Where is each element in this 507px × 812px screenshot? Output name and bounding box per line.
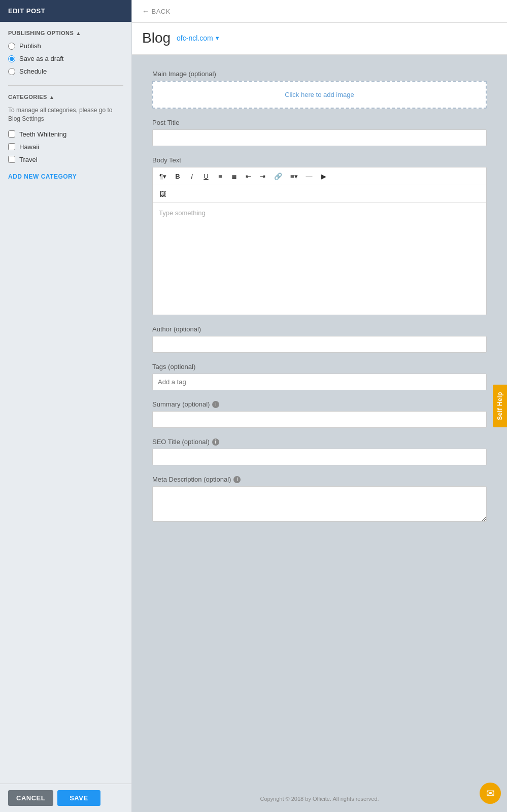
tags-label: Tags (optional)	[152, 363, 487, 370]
copyright-text: Copyright © 2018 by Officite. All rights…	[260, 796, 379, 802]
unordered-list-button[interactable]: ≡	[214, 170, 227, 183]
summary-input[interactable]	[152, 411, 487, 428]
domain-badge[interactable]: ofc-ncl.com ▼	[177, 34, 220, 42]
back-button[interactable]: ← BACK	[142, 7, 171, 15]
back-label: BACK	[152, 8, 171, 15]
publishing-options-group: Publish Save as a draft Schedule	[8, 42, 123, 75]
draft-radio[interactable]	[8, 55, 15, 62]
seo-title-info-icon[interactable]: i	[212, 438, 219, 446]
image-upload-area[interactable]: Click here to add image	[152, 81, 487, 109]
cancel-button[interactable]: CANCEL	[8, 790, 53, 806]
domain-text: ofc-ncl.com	[177, 34, 213, 42]
draft-label: Save as a draft	[19, 55, 63, 62]
publishing-options-section-title: Publishing Options ▲	[8, 30, 123, 36]
meta-description-info-icon[interactable]: i	[233, 476, 241, 483]
main-image-section: Main Image (optional) Click here to add …	[152, 70, 487, 109]
meta-description-input[interactable]	[152, 486, 487, 522]
page-header: Blog ofc-ncl.com ▼	[132, 23, 507, 55]
page-footer: Copyright © 2018 by Officite. All rights…	[132, 786, 507, 812]
align-button[interactable]: ≡▾	[287, 170, 301, 183]
summary-label: Summary (optional) i	[152, 400, 487, 408]
publish-option[interactable]: Publish	[8, 42, 123, 50]
seo-title-input[interactable]	[152, 449, 487, 465]
post-title-input[interactable]	[152, 129, 487, 146]
body-text-label: Body Text	[152, 156, 487, 164]
tags-input[interactable]	[152, 374, 487, 390]
sidebar: Edit Post Publishing Options ▲ Publish S…	[0, 0, 132, 812]
meta-description-label: Meta Description (optional) i	[152, 476, 487, 483]
sidebar-header: Edit Post	[0, 0, 131, 22]
image-button[interactable]: 🖼	[156, 187, 170, 200]
mail-icon: ✉	[486, 787, 495, 799]
editor-toolbar: ¶▾ B I U ≡ ≣ ⇤ ⇥ 🔗 ≡▾ — ▶	[153, 167, 486, 185]
ordered-list-button[interactable]: ≣	[228, 170, 241, 183]
categories-section-title: Categories ▲	[8, 94, 123, 100]
underline-button[interactable]: U	[199, 170, 213, 183]
save-button[interactable]: SAVE	[57, 790, 100, 806]
draft-option[interactable]: Save as a draft	[8, 55, 123, 62]
top-bar: ← BACK	[132, 0, 507, 23]
indent-left-button[interactable]: ⇤	[242, 170, 255, 183]
categories-section: Categories ▲ To manage all categories, p…	[8, 94, 123, 181]
publishing-options-arrow: ▲	[76, 30, 81, 36]
seo-title-label: SEO Title (optional) i	[152, 438, 487, 446]
post-title-section: Post Title	[152, 119, 487, 146]
editor-placeholder: Type something	[159, 209, 206, 217]
meta-description-section: Meta Description (optional) i	[152, 476, 487, 524]
italic-button[interactable]: I	[185, 170, 198, 183]
category-teeth-whitening[interactable]: Teeth Whitening	[8, 130, 123, 138]
seo-title-section: SEO Title (optional) i	[152, 438, 487, 465]
editor-toolbar-second-row: 🖼	[153, 185, 486, 203]
link-button[interactable]: 🔗	[271, 170, 286, 183]
category-travel-checkbox[interactable]	[8, 156, 15, 163]
tags-section: Tags (optional)	[152, 363, 487, 390]
mail-fab-button[interactable]: ✉	[480, 783, 501, 804]
categories-note: To manage all categories, please go to B…	[8, 106, 123, 123]
image-upload-text: Click here to add image	[285, 91, 354, 98]
self-help-button[interactable]: Self Help	[493, 385, 507, 427]
page-title: Blog	[142, 30, 171, 46]
author-label: Author (optional)	[152, 325, 487, 333]
schedule-radio[interactable]	[8, 68, 15, 75]
category-travel-label: Travel	[19, 156, 38, 163]
category-hawaii-checkbox[interactable]	[8, 143, 15, 150]
category-teeth-whitening-label: Teeth Whitening	[19, 130, 66, 138]
summary-section: Summary (optional) i	[152, 400, 487, 428]
category-hawaii-label: Hawaii	[19, 143, 39, 151]
category-travel[interactable]: Travel	[8, 156, 123, 163]
paragraph-button[interactable]: ¶▾	[156, 170, 170, 183]
schedule-option[interactable]: Schedule	[8, 67, 123, 75]
indent-right-button[interactable]: ⇥	[256, 170, 269, 183]
back-arrow-icon: ←	[142, 7, 150, 15]
add-category-button[interactable]: ADD NEW CATEGORY	[8, 173, 77, 180]
author-section: Author (optional)	[152, 325, 487, 353]
author-input[interactable]	[152, 336, 487, 353]
category-teeth-whitening-checkbox[interactable]	[8, 130, 15, 138]
video-button[interactable]: ▶	[317, 170, 330, 183]
bold-button[interactable]: B	[171, 170, 184, 183]
publish-radio[interactable]	[8, 43, 15, 50]
form-area: Main Image (optional) Click here to add …	[132, 55, 507, 786]
editor-body[interactable]: Type something	[153, 203, 486, 315]
divider-1	[8, 85, 123, 86]
publish-label: Publish	[19, 42, 41, 50]
chevron-down-icon: ▼	[215, 35, 220, 41]
summary-info-icon[interactable]: i	[212, 401, 219, 408]
schedule-label: Schedule	[19, 67, 47, 75]
main-content: ← BACK Blog ofc-ncl.com ▼ Main Image (op…	[132, 0, 507, 812]
main-image-label: Main Image (optional)	[152, 70, 487, 78]
body-text-editor: ¶▾ B I U ≡ ≣ ⇤ ⇥ 🔗 ≡▾ — ▶ 🖼 Type	[152, 167, 487, 315]
hr-button[interactable]: —	[302, 170, 316, 183]
sidebar-content: Publishing Options ▲ Publish Save as a d…	[0, 22, 131, 784]
category-hawaii[interactable]: Hawaii	[8, 143, 123, 151]
sidebar-footer: CANCEL SAVE	[0, 784, 131, 812]
sidebar-title: Edit Post	[8, 7, 45, 15]
categories-list: Teeth Whitening Hawaii Travel	[8, 130, 123, 163]
body-text-section: Body Text ¶▾ B I U ≡ ≣ ⇤ ⇥ 🔗 ≡▾ — ▶	[152, 156, 487, 315]
post-title-label: Post Title	[152, 119, 487, 126]
categories-arrow: ▲	[49, 94, 54, 100]
